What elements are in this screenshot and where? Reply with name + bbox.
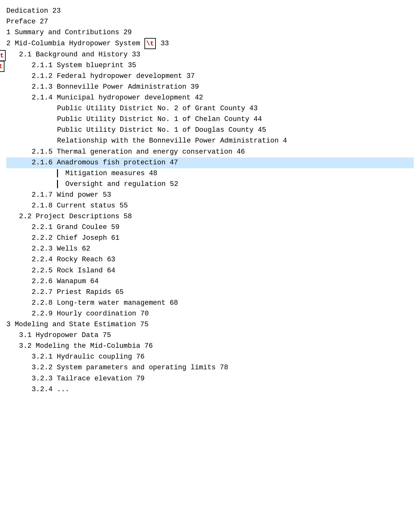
toc-s214a: Public Utility District No. 2 of Grant C… — [6, 103, 414, 114]
toc-s323: 3.2.3 Tailrace elevation 79 — [6, 373, 414, 384]
toc-s212: 2.1.2 Federal hydropower development 37 — [6, 71, 414, 82]
tab-marker-ch2: \t — [144, 38, 156, 49]
toc-ch3: 3 Modeling and State Estimation 75 — [6, 319, 414, 330]
toc-container: Dedication 23 Preface 27 1 Summary and C… — [6, 6, 414, 395]
toc-s214: 2.1.4 Municipal hydropower development 4… — [6, 92, 414, 103]
vertical-bar-2 — [57, 180, 58, 188]
toc-s213: 2.1.3 Bonneville Power Administration 39 — [6, 82, 414, 92]
toc-s218: 2.1.8 Current status 55 — [6, 200, 414, 211]
toc-s225: 2.2.5 Rock Island 64 — [6, 265, 414, 276]
toc-s216b: Oversight and regulation 52 — [6, 179, 414, 190]
toc-s31: 3.1 Hydropower Data 75 — [6, 330, 414, 341]
toc-s221: 2.2.1 Grand Coulee 59 — [6, 222, 414, 233]
toc-s322: 3.2.2 System parameters and operating li… — [6, 362, 414, 373]
toc-s21: \t 2.1 Background and History 33 — [6, 49, 414, 60]
tab-marker-s21: \t — [0, 50, 6, 61]
toc-s228: 2.2.8 Long-term water management 68 — [6, 298, 414, 309]
toc-s216: 2.1.6 Anadromous fish protection 47 — [6, 157, 414, 168]
toc-s222: 2.2.2 Chief Joseph 61 — [6, 233, 414, 244]
toc-ch2: 2 Mid-Columbia Hydropower System \t 33 — [6, 38, 414, 49]
toc-s214d: Relationship with the Bonneville Power A… — [6, 136, 414, 146]
toc-s229: 2.2.9 Hourly coordination 70 — [6, 309, 414, 319]
toc-s214b: Public Utility District No. 1 of Chelan … — [6, 114, 414, 125]
toc-s215: 2.1.5 Thermal generation and energy cons… — [6, 147, 414, 157]
toc-s226: 2.2.6 Wanapum 64 — [6, 276, 414, 287]
toc-s211: \t 2.1.1 System blueprint 35 — [6, 60, 414, 71]
toc-s216a: Mitigation measures 48 — [6, 168, 414, 179]
toc-s22: 2.2 Project Descriptions 58 — [6, 211, 414, 222]
toc-s217: 2.1.7 Wind power 53 — [6, 190, 414, 200]
toc-s224: 2.2.4 Rocky Reach 63 — [6, 254, 414, 265]
vertical-bar-1 — [57, 169, 58, 177]
toc-s223: 2.2.3 Wells 62 — [6, 244, 414, 254]
toc-s321: 3.2.1 Hydraulic coupling 76 — [6, 352, 414, 362]
toc-s324: 3.2.4 ... — [6, 384, 414, 395]
toc-s32: 3.2 Modeling the Mid-Columbia 76 — [6, 341, 414, 352]
toc-dedication: Dedication 23 — [6, 6, 414, 16]
toc-ch1: 1 Summary and Contributions 29 — [6, 27, 414, 38]
toc-s214c: Public Utility District No. 1 of Douglas… — [6, 125, 414, 136]
toc-s227: 2.2.7 Priest Rapids 65 — [6, 287, 414, 298]
tab-marker-s211: \t — [0, 61, 4, 72]
toc-preface: Preface 27 — [6, 16, 414, 27]
